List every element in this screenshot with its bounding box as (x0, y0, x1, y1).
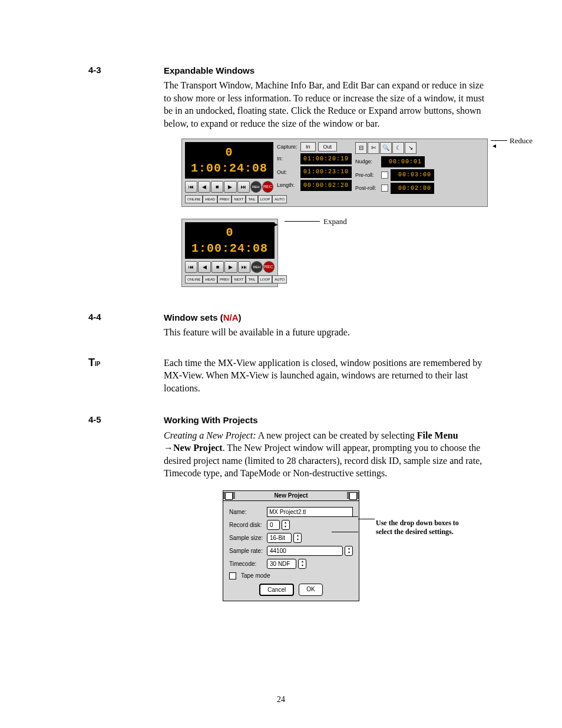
new-project-title: New Project (235, 492, 347, 500)
section-number-4-5: 4-5 (88, 414, 164, 424)
record-disk-stepper[interactable]: ▴▾ (282, 520, 290, 530)
ok-button[interactable]: OK (299, 584, 322, 597)
mode-loop[interactable]: LOOP (258, 275, 273, 284)
transport-window-full-figure: ◂ Reduce 0 1:00:24:08 ⏮ ◀ ■ (181, 139, 488, 207)
mode-online[interactable]: ONLINE (185, 275, 203, 284)
stop-button[interactable]: ■ (211, 181, 223, 193)
section-number-4-3: 4-3 (88, 65, 164, 75)
rewind-button[interactable]: ⏮ (185, 181, 197, 193)
mode-head[interactable]: HEAD (203, 195, 217, 203)
paragraph-4-5: Creating a New Project: A new project ca… (164, 429, 487, 480)
record-disk-label: Record disk: (229, 521, 265, 529)
postroll-value: 00:02:00 (391, 183, 434, 195)
sample-size-select[interactable]: 16-Bit (267, 533, 292, 543)
capture-label: Capture: (277, 143, 298, 150)
tape-mode-label: Tape mode (241, 572, 270, 580)
heading-working-with-projects: Working With Projects (164, 414, 487, 426)
transport-window-reduced-figure: ▸ Expand 0 1:00:24:08 ⏮ ◀ ■ ▶ ⏭ R (181, 219, 299, 287)
mode-tail[interactable]: TAIL (246, 275, 257, 284)
out-value: 01:00:23:10 (300, 166, 352, 178)
tool-zoom-icon[interactable]: 🔍 (380, 142, 392, 154)
nudge-value: 00:00:01 (381, 156, 425, 168)
tool-scissors-icon[interactable]: ✄ (368, 142, 379, 154)
mode-auto[interactable]: AUTO (272, 195, 287, 203)
sample-rate-stepper[interactable]: ▴▾ (345, 546, 353, 556)
tape-mode-checkbox[interactable] (229, 572, 236, 579)
zoom-box-icon[interactable] (349, 492, 357, 500)
play-button[interactable]: ▶ (224, 181, 236, 193)
mode-tail[interactable]: TAIL (246, 195, 257, 203)
paragraph-4-4: This feature will be available in a futu… (164, 326, 487, 339)
record-button[interactable]: REC (263, 261, 275, 273)
preroll-checkbox[interactable] (381, 172, 388, 179)
length-value: 00:00:02:20 (300, 180, 352, 192)
postroll-checkbox[interactable] (381, 185, 388, 192)
sample-size-stepper[interactable]: ▴▾ (293, 533, 302, 543)
rehearse-button[interactable]: REH (250, 181, 262, 193)
tip-label: TIP (88, 357, 164, 369)
out-label: Out: (277, 169, 298, 176)
length-label: Length: (277, 182, 298, 189)
rehearse-button[interactable]: REH (251, 261, 262, 273)
mode-auto[interactable]: AUTO (272, 275, 287, 284)
postroll-label: Post-roll: (355, 185, 379, 192)
new-project-dialog-figure: Use the drop down boxes to select the de… (223, 490, 487, 601)
mode-next[interactable]: NEXT (232, 275, 246, 284)
close-box-icon[interactable] (225, 492, 233, 500)
play-reverse-button[interactable]: ◀ (198, 181, 210, 193)
tool-pencil-icon[interactable]: ↘ (405, 142, 416, 154)
record-button[interactable]: REC (262, 181, 273, 193)
page-number: 24 (0, 695, 562, 704)
heading-window-sets: Window sets (N/A) (164, 312, 487, 324)
sample-rate-label: Sample rate: (229, 547, 265, 555)
mode-loop[interactable]: LOOP (258, 195, 273, 203)
in-value: 01:00:20:19 (300, 153, 352, 165)
timecode-display-reduced: 0 1:00:24:08 (185, 222, 275, 259)
name-field-label: Name: (229, 508, 265, 516)
in-label: In: (277, 155, 298, 162)
cancel-button[interactable]: Cancel (259, 584, 294, 597)
tool-snap-icon[interactable]: ⊟ (355, 142, 367, 154)
mode-next[interactable]: NEXT (232, 195, 246, 203)
tool-fade-icon[interactable]: ☾ (392, 142, 404, 154)
sample-rate-select[interactable]: 44100 (267, 546, 343, 556)
expand-callout: Expand (285, 216, 347, 227)
mode-online[interactable]: ONLINE (185, 195, 203, 203)
name-field[interactable]: MX Project2.tl (267, 507, 353, 517)
stop-button[interactable]: ■ (211, 261, 224, 273)
mode-prev[interactable]: PREV (217, 195, 232, 203)
new-project-callout: Use the drop down boxes to select the de… (376, 519, 476, 536)
play-button[interactable]: ▶ (224, 261, 237, 273)
section-number-4-4: 4-4 (88, 312, 164, 322)
mode-head[interactable]: HEAD (203, 275, 217, 284)
capture-out-button[interactable]: Out (318, 142, 338, 151)
paragraph-4-3: The Transport Window, Machine Info Bar, … (164, 79, 488, 130)
preroll-label: Pre-roll: (355, 172, 379, 179)
play-reverse-button[interactable]: ◀ (198, 261, 210, 273)
fast-forward-button[interactable]: ⏭ (237, 181, 250, 193)
record-disk-select[interactable]: 0 (267, 520, 280, 530)
reduce-callout: Reduce (491, 136, 533, 146)
sample-size-label: Sample size: (229, 534, 265, 542)
heading-expandable-windows: Expandable Windows (164, 65, 488, 77)
expand-arrow-icon: ▸ (275, 220, 278, 229)
preroll-value: 00:03:00 (391, 169, 434, 181)
timecode-select[interactable]: 30 NDF (267, 559, 296, 569)
timecode-label: Timecode: (229, 560, 265, 568)
rewind-button[interactable]: ⏮ (185, 261, 197, 273)
nudge-label: Nudge: (355, 158, 379, 165)
timecode-stepper[interactable]: ▴▾ (298, 559, 306, 569)
timecode-display-full: 0 1:00:24:08 (185, 142, 273, 179)
fast-forward-button[interactable]: ⏭ (238, 261, 250, 273)
mode-prev[interactable]: PREV (217, 275, 232, 284)
capture-in-button[interactable]: In (300, 142, 316, 151)
tip-paragraph: Each time the MX-View application is clo… (164, 357, 487, 395)
